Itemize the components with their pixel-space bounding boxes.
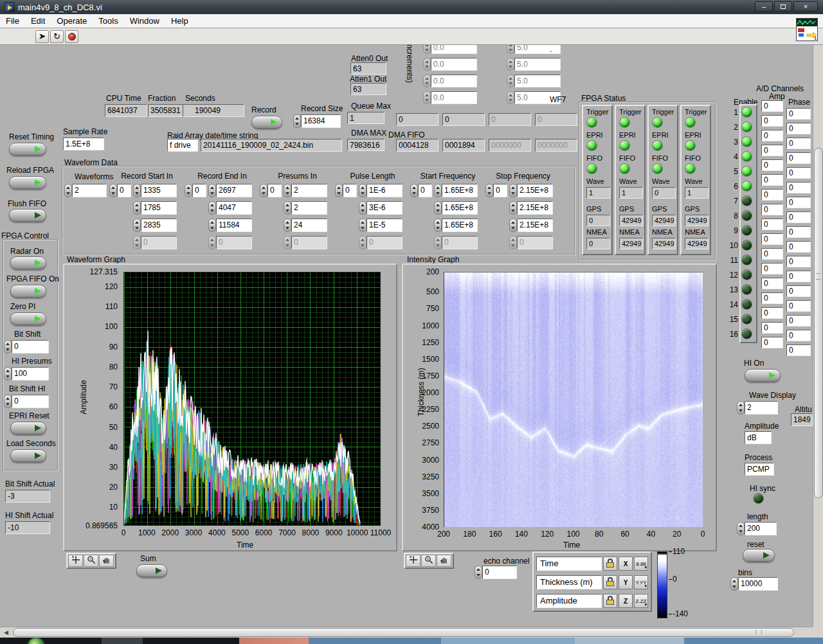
channel-enable-led[interactable] [742, 329, 752, 339]
cursor-tool-button[interactable] [68, 555, 83, 567]
abort-button[interactable] [65, 30, 78, 43]
vertical-scrollbar-thumb[interactable] [814, 148, 823, 498]
channel-enable-led[interactable] [742, 255, 752, 265]
array-index-value[interactable]: 0 [343, 184, 357, 197]
amp-input[interactable]: 0 [761, 130, 783, 141]
spinner-icon[interactable] [133, 219, 141, 232]
value-stepper[interactable]: 1.65E+8 [434, 201, 478, 215]
phase-input[interactable]: 0 [786, 285, 811, 297]
spinner-icon[interactable] [208, 201, 216, 215]
spinner-icon[interactable] [509, 201, 517, 215]
scale-lock-button[interactable] [603, 575, 617, 589]
record-toggle[interactable] [251, 116, 282, 129]
value-1[interactable]: 4047 [216, 201, 252, 215]
length-stepper[interactable]: 200 [737, 522, 777, 535]
close-button[interactable]: × [793, 1, 818, 12]
amp-input[interactable]: 0 [761, 307, 783, 319]
value-0[interactable]: 2.15E+8 [517, 184, 553, 197]
value-2[interactable]: 1E-5 [366, 219, 402, 232]
raid-drive-input[interactable]: f drive [167, 139, 198, 152]
phase-input[interactable]: 0 [786, 315, 811, 326]
amp-input[interactable]: 0 [761, 278, 783, 289]
reset-button[interactable] [743, 549, 775, 562]
value-2[interactable]: 1.65E+8 [442, 219, 478, 232]
wave-display-value[interactable]: 2 [745, 401, 778, 415]
array-index-value[interactable]: 0 [493, 184, 507, 197]
record-size-value[interactable]: 16384 [301, 114, 341, 128]
amp-input[interactable]: 0 [761, 337, 783, 348]
phase-input[interactable]: 0 [786, 197, 811, 208]
menu-tools[interactable]: Tools [93, 14, 123, 28]
hi-presums-value[interactable]: 100 [12, 367, 49, 380]
menu-help[interactable]: Help [165, 14, 194, 28]
value-stepper[interactable]: 24 [284, 219, 327, 232]
vertical-scrollbar[interactable] [813, 45, 823, 627]
scale-lock-button[interactable] [603, 557, 617, 571]
array-index-stepper[interactable]: 0 [485, 184, 507, 197]
channel-enable-led[interactable] [742, 314, 752, 324]
spinner-icon[interactable] [208, 184, 216, 197]
array-index-stepper[interactable]: 0 [109, 184, 131, 197]
value-stepper[interactable]: 2 [284, 201, 327, 215]
phase-input[interactable]: 0 [786, 226, 811, 238]
value-stepper[interactable]: 2 [284, 184, 327, 197]
value-stepper[interactable]: 3E-6 [359, 201, 402, 215]
amp-input[interactable]: 0 [761, 219, 783, 230]
intensity-plot-canvas[interactable] [444, 273, 703, 527]
axis-name-input[interactable]: Time [536, 557, 602, 571]
phase-input[interactable]: 0 [786, 256, 811, 267]
phase-input[interactable]: 0 [786, 108, 811, 120]
menu-operate[interactable]: Operate [51, 14, 93, 28]
scroll-left-arrow[interactable]: ◀ [1, 629, 11, 637]
cursor-tool-button[interactable] [406, 555, 421, 567]
echo-channel-value[interactable]: 0 [482, 566, 517, 579]
amp-input[interactable]: 0 [761, 145, 783, 156]
amp-input[interactable]: 0 [761, 100, 783, 112]
spinner-icon[interactable] [208, 219, 216, 232]
run-button[interactable]: ➤ [35, 30, 49, 43]
format-button[interactable]: Y.YY▾ [634, 575, 648, 589]
phase-input[interactable]: 0 [786, 138, 811, 149]
intensity-plot-area[interactable] [444, 272, 703, 527]
spinner-icon[interactable] [260, 184, 267, 197]
spinner-icon[interactable] [284, 201, 291, 215]
bit-shift-stepper[interactable]: 0 [4, 340, 49, 353]
value-1[interactable]: 2.15E+8 [517, 201, 553, 215]
echo-channel-stepper[interactable]: 0 [475, 566, 517, 579]
horizontal-scrollbar-thumb[interactable] [13, 628, 794, 637]
amplitude-mode-select[interactable]: dB [745, 431, 772, 444]
array-index-stepper[interactable]: 0 [410, 184, 432, 197]
array-index-value[interactable]: 0 [192, 184, 206, 197]
phase-input[interactable]: 0 [786, 300, 811, 312]
value-1[interactable]: 1785 [141, 201, 177, 215]
spinner-icon[interactable] [434, 219, 442, 232]
array-index-stepper[interactable]: 0 [260, 184, 282, 197]
phase-input[interactable]: 0 [786, 167, 811, 179]
spinner-icon[interactable] [284, 219, 291, 232]
spinner-icon[interactable] [359, 201, 366, 215]
spinner-icon[interactable] [359, 219, 366, 232]
sample-rate-input[interactable]: 1.5E+8 [63, 138, 104, 150]
amp-input[interactable]: 0 [761, 204, 783, 215]
waveform-plot-area[interactable] [123, 272, 381, 526]
taskbar-item[interactable] [309, 638, 441, 644]
channel-enable-led[interactable] [742, 226, 752, 235]
spinner-icon[interactable] [64, 184, 72, 197]
value-stepper[interactable]: 2.15E+8 [509, 219, 553, 232]
channel-enable-led[interactable] [742, 166, 752, 176]
spinner-icon[interactable] [185, 184, 192, 197]
channel-enable-led[interactable] [742, 107, 752, 117]
horizontal-scrollbar[interactable]: ◀ [0, 627, 813, 638]
spinner-icon[interactable] [509, 219, 517, 232]
scale-lock-button[interactable] [603, 594, 617, 608]
menu-file[interactable]: File [0, 14, 25, 28]
value-stepper[interactable]: 1E-5 [359, 219, 402, 232]
value-stepper[interactable]: 4047 [208, 201, 252, 215]
value-2[interactable]: 11584 [216, 219, 252, 232]
value-stepper[interactable]: 2835 [133, 219, 177, 232]
taskbar-item[interactable] [441, 638, 575, 644]
autoscale-button[interactable]: Z [619, 594, 633, 608]
array-index-stepper[interactable]: 0 [335, 184, 357, 197]
spinner-icon[interactable] [485, 184, 493, 197]
value-stepper[interactable]: 2697 [208, 184, 252, 197]
